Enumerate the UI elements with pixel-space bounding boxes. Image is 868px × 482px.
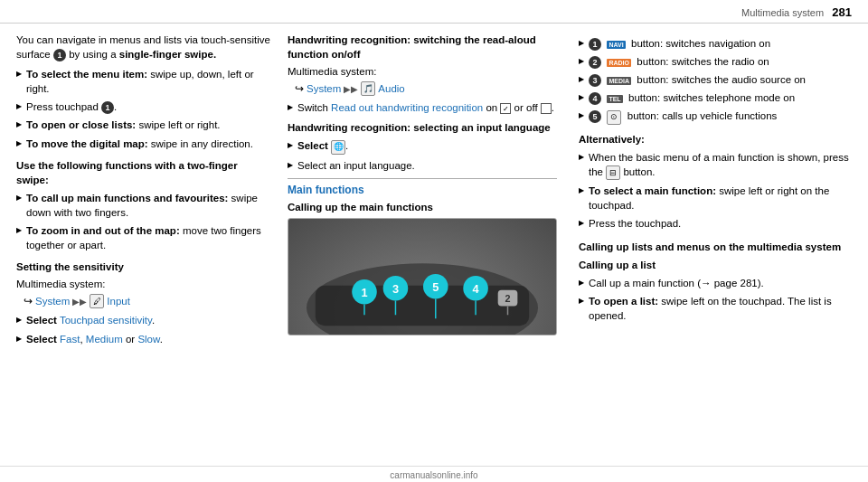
section-label: Multimedia system <box>741 7 824 18</box>
svg-rect-1 <box>316 286 529 326</box>
system-link-hw[interactable]: System <box>307 83 341 94</box>
left-column: You can navigate in menus and lists via … <box>16 33 288 352</box>
handwriting-item-1: Switch Read out handwriting recognition … <box>288 100 557 115</box>
alternatively-items: When the basic menu of a main function i… <box>579 150 852 232</box>
nav-indent: ↪ <box>24 295 33 307</box>
section-divider <box>288 178 557 179</box>
svg-text:5: 5 <box>432 280 439 294</box>
sensitivity-title: Setting the sensitivity <box>16 260 271 274</box>
input-link[interactable]: Input <box>107 296 130 307</box>
intro-paragraph: You can navigate in menus and lists via … <box>16 33 271 61</box>
button-items: 1 NAVI button: switches navigation on 2 … <box>579 36 852 125</box>
alt-item-3: Press the touchpad. <box>579 216 852 231</box>
sensitivity-item-2: Select Fast, Medium or Slow. <box>16 332 271 346</box>
vehicle-icon: ⊙ <box>607 110 621 125</box>
header: Multimedia system 281 <box>0 0 868 24</box>
two-finger-item-1: To call up main functions and favourites… <box>16 191 271 220</box>
car-interior-image: 1 3 5 4 2 <box>288 218 557 336</box>
button-item-vehicle: 5 ⊙ button: calls up vehicle functions <box>579 109 852 124</box>
sensitivity-sub: Multimedia system: <box>16 277 271 291</box>
calling-lists-title: Calling up lists and menus on the multim… <box>579 240 852 254</box>
svg-text:4: 4 <box>473 281 480 295</box>
main-functions-header: Main functions <box>288 183 557 198</box>
badge-2: 2 <box>589 56 601 69</box>
svg-text:2: 2 <box>505 292 511 303</box>
page-number: 281 <box>832 5 852 19</box>
handwriting-nav-path: ↪ System ▶▶ 🎵 Audio <box>288 81 557 96</box>
handwriting-sub: Multimedia system: <box>288 64 557 79</box>
nav-arrow-1: ▶▶ <box>72 297 87 307</box>
audio-link[interactable]: Audio <box>378 83 404 94</box>
tel-badge: TEL <box>607 95 622 103</box>
sensitivity-item-1: Select Touchpad sensitivity. <box>16 313 271 327</box>
fast-link[interactable]: Fast <box>60 334 80 345</box>
sensitivity-nav-path: ↪ System ▶▶ 🖊 Input <box>16 294 271 308</box>
calling-up-title: Calling up the main functions <box>288 200 557 214</box>
middle-column: Handwriting recognition: switching the r… <box>288 33 568 352</box>
badge-5: 5 <box>589 110 601 123</box>
right-column: 1 NAVI button: switches navigation on 2 … <box>568 33 852 352</box>
svg-text:3: 3 <box>392 281 399 295</box>
swipe-list: To select the menu item: swipe up, down,… <box>16 67 271 150</box>
circle-badge-1: 1 <box>53 49 66 61</box>
input-lang-items: Select 🌐. Select an input language. <box>288 138 557 172</box>
button-item-media: 3 MEDIA button: switches the audio sourc… <box>579 72 852 87</box>
console-svg: 1 3 5 4 2 <box>288 219 556 335</box>
badge-4: 4 <box>589 92 601 105</box>
two-finger-list: To call up main functions and favourites… <box>16 191 271 252</box>
touchpad-sensitivity-link[interactable]: Touchpad sensitivity <box>60 315 152 326</box>
checked-box: ✓ <box>500 103 511 114</box>
handwriting-input-title: Handwriting recognition: selecting an in… <box>288 120 557 135</box>
list-item-select: To select the menu item: swipe up, down,… <box>16 67 271 96</box>
alt-item-2: To select a main function: swipe left or… <box>579 184 852 213</box>
audio-icon: 🎵 <box>361 81 375 96</box>
nav-arrow-hw: ▶▶ <box>344 84 358 94</box>
calling-list-item-2: To open a list: swipe left on the touchp… <box>579 294 852 323</box>
read-out-link[interactable]: Read out handwriting recognition <box>331 102 483 113</box>
home-btn: ⊟ <box>606 165 620 180</box>
footer: carmanualsonline.info <box>0 466 868 482</box>
nav-indent-hw: ↪ <box>295 82 304 95</box>
input-lang-item-1: Select 🌐. <box>288 138 557 154</box>
system-link[interactable]: System <box>35 296 70 307</box>
calling-list-sub: Calling up a list <box>579 258 852 272</box>
sensitivity-items: Select Touchpad sensitivity. Select Fast… <box>16 313 271 345</box>
button-item-navi: 1 NAVI button: switches navigation on <box>579 36 852 51</box>
alt-item-1: When the basic menu of a main function i… <box>579 150 852 180</box>
two-finger-title: Use the following functions with a two-f… <box>16 158 271 187</box>
list-item-open: To open or close lists: swipe left or ri… <box>16 118 271 132</box>
badge-3: 3 <box>589 74 601 87</box>
content-area: You can navigate in menus and lists via … <box>0 24 868 361</box>
select-lang-text: Select an input language. <box>297 158 415 173</box>
handwriting-items: Switch Read out handwriting recognition … <box>288 100 557 115</box>
calling-list-items: Call up a main function (→ page 281). To… <box>579 276 852 323</box>
navi-badge: NAVI <box>607 41 625 49</box>
button-item-radio: 2 RADIO button: switches the radio on <box>579 54 852 69</box>
radio-badge: RADIO <box>607 59 631 67</box>
list-item-move: To move the digital map: swipe in any di… <box>16 137 271 151</box>
badge-1: 1 <box>589 38 601 51</box>
medium-link[interactable]: Medium <box>86 334 123 345</box>
lang-icon: 🌐 <box>331 140 345 155</box>
input-icon: 🖊 <box>90 294 104 308</box>
bold-swipe: single-finger swipe. <box>119 49 216 60</box>
media-badge: MEDIA <box>607 77 631 85</box>
two-finger-item-2: To zoom in and out of the map: move two … <box>16 223 271 252</box>
svg-text:1: 1 <box>361 285 367 298</box>
button-item-tel: 4 TEL button: switches telephone mode on <box>579 90 852 105</box>
handwriting-title: Handwriting recognition: switching the r… <box>288 33 557 61</box>
slow-link[interactable]: Slow <box>137 334 159 345</box>
list-item-press: Press touchpad 1. <box>16 99 271 114</box>
calling-list-item-1: Call up a main function (→ page 281). <box>579 276 852 290</box>
unchecked-box <box>541 103 552 114</box>
input-lang-item-2: Select an input language. <box>288 158 557 173</box>
intro-text-2: by using a <box>69 49 119 60</box>
alternatively-title: Alternatively: <box>579 132 852 146</box>
footer-text: carmanualsonline.info <box>390 470 477 480</box>
